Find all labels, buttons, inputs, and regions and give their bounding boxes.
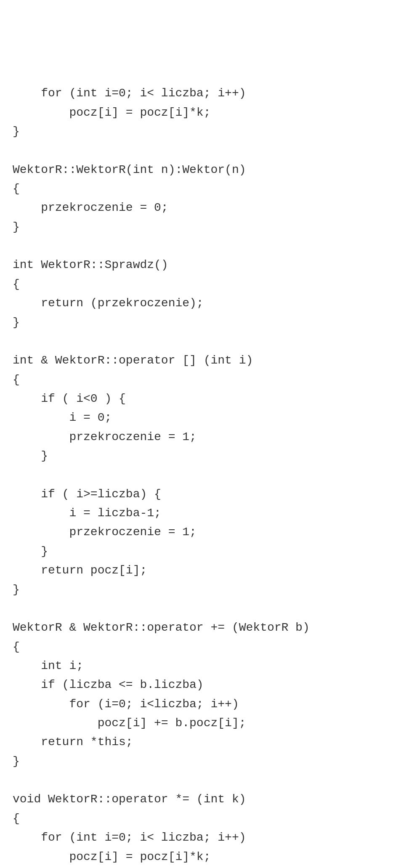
code-content: for (int i=0; i< liczba; i++) pocz[i] = …	[13, 84, 391, 868]
